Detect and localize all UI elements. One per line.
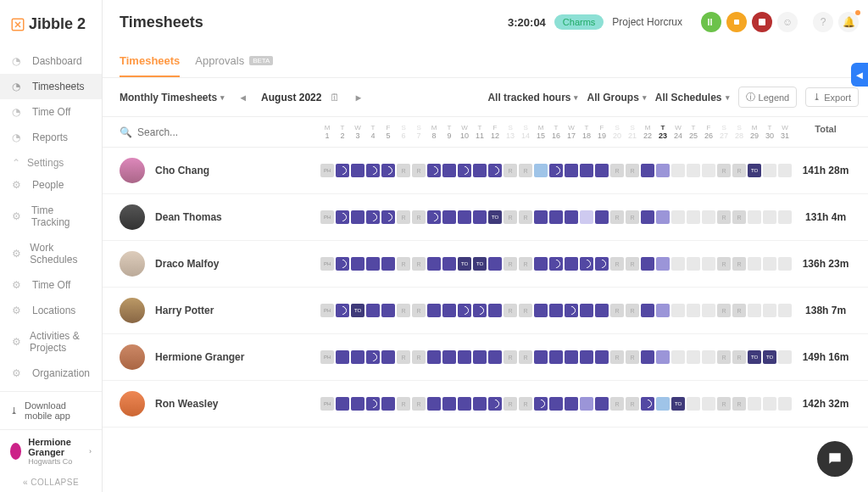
day-cell[interactable]	[580, 257, 593, 271]
day-cell[interactable]	[595, 210, 609, 224]
day-cell[interactable]	[748, 304, 761, 317]
nav-item-reports[interactable]: ◔Reports	[0, 125, 102, 150]
day-cell[interactable]	[351, 164, 364, 177]
day-cell[interactable]	[778, 257, 792, 271]
avatar[interactable]	[120, 158, 145, 183]
day-cell[interactable]	[473, 210, 487, 224]
avatar[interactable]	[120, 204, 145, 230]
day-cell[interactable]: R	[519, 210, 532, 224]
activity-chip[interactable]: Charms	[554, 14, 604, 30]
sidebar-user[interactable]: Hermione Granger Hogwarts Co ›	[0, 429, 102, 472]
day-cell[interactable]	[473, 397, 487, 411]
day-cell[interactable]	[580, 304, 593, 317]
day-cell[interactable]	[442, 304, 456, 317]
day-cell[interactable]	[763, 397, 776, 411]
day-cell[interactable]	[427, 304, 441, 317]
day-cell[interactable]	[687, 210, 700, 224]
day-cell[interactable]	[534, 350, 548, 364]
day-cell[interactable]: PH	[320, 350, 334, 364]
day-cell[interactable]: R	[397, 210, 410, 224]
play-button[interactable]	[701, 12, 721, 32]
day-cell[interactable]	[381, 210, 395, 224]
day-cell[interactable]	[687, 304, 700, 317]
day-cell[interactable]	[748, 257, 761, 271]
filter-hours[interactable]: All tracked hours▾	[487, 92, 578, 103]
day-cell[interactable]: PH	[320, 164, 334, 177]
stop-button[interactable]	[752, 12, 772, 32]
settings-item-work-schedules[interactable]: ⚙Work Schedules	[0, 235, 102, 272]
day-cell[interactable]	[488, 304, 502, 317]
day-cell[interactable]: R	[626, 350, 639, 364]
day-cell[interactable]: R	[610, 257, 624, 271]
day-cell[interactable]	[702, 350, 715, 364]
day-cell[interactable]	[488, 164, 502, 177]
day-cell[interactable]	[656, 210, 670, 224]
day-cell[interactable]	[702, 210, 715, 224]
day-cell[interactable]: R	[397, 257, 410, 271]
day-cell[interactable]	[381, 350, 395, 364]
day-cell[interactable]: PH	[320, 210, 334, 224]
day-cell[interactable]: PH	[320, 397, 334, 411]
day-cell[interactable]: TO	[671, 397, 685, 411]
day-cell[interactable]	[580, 210, 593, 224]
day-cell[interactable]	[351, 350, 364, 364]
day-cell[interactable]	[549, 164, 563, 177]
day-cell[interactable]	[641, 304, 654, 317]
download-app-link[interactable]: ⤓ Download mobile app	[0, 392, 102, 429]
day-cell[interactable]	[381, 164, 395, 177]
day-cell[interactable]	[381, 397, 395, 411]
day-cell[interactable]	[442, 257, 456, 271]
day-cell[interactable]	[671, 210, 685, 224]
settings-item-locations[interactable]: ⚙Locations	[0, 298, 102, 323]
day-cell[interactable]: R	[717, 164, 731, 177]
day-cell[interactable]	[763, 257, 776, 271]
day-cell[interactable]: R	[626, 397, 639, 411]
day-cell[interactable]	[748, 397, 761, 411]
collapse-sidebar[interactable]: « COLLAPSE	[0, 472, 102, 492]
day-cell[interactable]	[595, 397, 609, 411]
day-cell[interactable]	[778, 210, 792, 224]
view-selector[interactable]: Monthly Timesheets▾	[120, 92, 225, 103]
settings-item-activities-projects[interactable]: ⚙Activities & Projects	[0, 323, 102, 361]
day-cell[interactable]: TO	[488, 210, 502, 224]
day-cell[interactable]: R	[504, 397, 517, 411]
day-cell[interactable]: R	[610, 210, 624, 224]
day-cell[interactable]	[534, 164, 548, 177]
avatar[interactable]	[120, 251, 145, 277]
day-cell[interactable]: R	[397, 304, 410, 317]
day-cell[interactable]: R	[732, 350, 746, 364]
day-cell[interactable]	[534, 210, 548, 224]
day-cell[interactable]	[580, 350, 593, 364]
day-cell[interactable]: R	[717, 210, 731, 224]
next-period[interactable]: ►	[348, 92, 368, 103]
day-cell[interactable]	[641, 210, 654, 224]
day-cell[interactable]	[671, 164, 685, 177]
day-cell[interactable]: R	[717, 304, 731, 317]
day-cell[interactable]: R	[397, 164, 410, 177]
day-cell[interactable]	[336, 210, 349, 224]
day-cell[interactable]	[778, 164, 792, 177]
person-name[interactable]: Ron Weasley	[155, 398, 218, 410]
day-cell[interactable]: R	[732, 304, 746, 317]
day-cell[interactable]: R	[626, 304, 639, 317]
day-cell[interactable]	[381, 304, 395, 317]
day-cell[interactable]: R	[519, 397, 532, 411]
day-cell[interactable]	[595, 350, 609, 364]
day-cell[interactable]	[702, 304, 715, 317]
day-cell[interactable]: R	[610, 164, 624, 177]
day-cell[interactable]	[641, 397, 654, 411]
day-cell[interactable]	[671, 350, 685, 364]
settings-item-people[interactable]: ⚙People	[0, 172, 102, 198]
day-cell[interactable]: R	[626, 210, 639, 224]
day-cell[interactable]: R	[610, 397, 624, 411]
day-cell[interactable]	[656, 257, 670, 271]
day-cell[interactable]: R	[504, 257, 517, 271]
day-cell[interactable]: R	[732, 164, 746, 177]
settings-item-time-tracking[interactable]: ⚙Time Tracking	[0, 198, 102, 235]
settings-item-time-off[interactable]: ⚙Time Off	[0, 272, 102, 298]
side-drawer-toggle[interactable]: ◄	[851, 63, 868, 87]
chat-widget[interactable]	[817, 441, 853, 477]
day-cell[interactable]	[336, 304, 349, 317]
export-button[interactable]: ⤓Export	[805, 87, 859, 107]
day-cell[interactable]: R	[610, 304, 624, 317]
